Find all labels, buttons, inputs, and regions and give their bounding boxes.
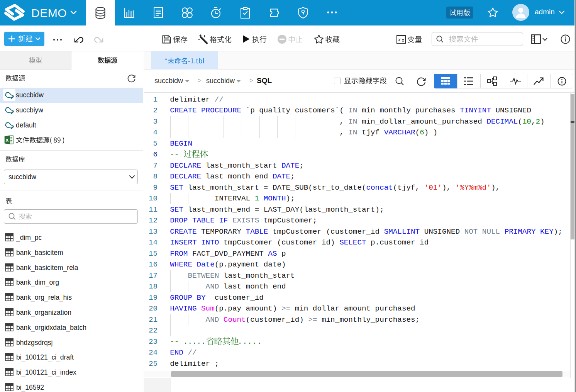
svg-text:X: X [6, 138, 9, 143]
svg-text:x: x [398, 36, 401, 42]
